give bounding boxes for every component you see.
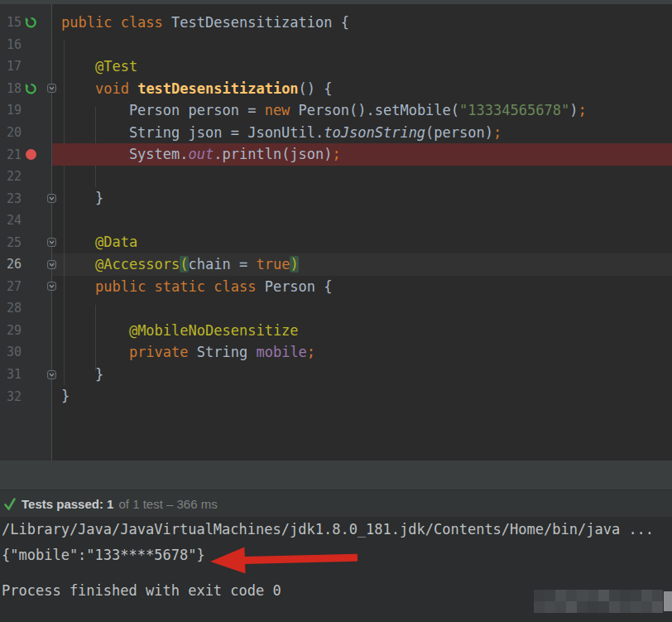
code-line[interactable]: @MobileNoDesensitize	[52, 320, 672, 342]
code-line[interactable]: String json = JsonUtil.toJsonString(pers…	[52, 122, 672, 144]
line-number: 22	[0, 169, 22, 184]
mosaic-tile	[631, 601, 641, 613]
mosaic-tile	[641, 590, 652, 601]
mosaic-tile	[566, 590, 577, 601]
gutter-row: 18	[0, 78, 52, 100]
code-token: String json = JsonUtil.	[61, 124, 324, 141]
code-token: testDesensitization	[137, 80, 298, 97]
code-token: private	[129, 344, 197, 360]
gutter-row: 25	[0, 231, 52, 253]
code-token: }	[61, 190, 103, 206]
code-line[interactable]	[52, 166, 672, 188]
code-token: (person)	[425, 124, 493, 141]
code-token: () {	[299, 80, 333, 97]
code-line[interactable]: @Accessors(chain = true)	[52, 253, 672, 276]
fold-marker-icon[interactable]	[40, 194, 52, 203]
mosaic-tile	[641, 601, 652, 613]
code-line[interactable]: Person person = new Person().setMobile("…	[52, 99, 672, 122]
mosaic-tile	[598, 601, 609, 613]
code-line[interactable]: @Test	[52, 55, 672, 78]
gutter-row: 16	[0, 34, 52, 56]
mosaic-tile	[620, 590, 631, 601]
code-token: mobile	[256, 344, 306, 360]
mosaic-tile	[545, 601, 555, 613]
gutter-row: 22	[0, 166, 52, 188]
tests-passed-check-icon	[3, 498, 17, 510]
mosaic-tile	[652, 601, 663, 613]
code-token: public class	[61, 14, 171, 31]
code-line[interactable]: private String mobile;	[52, 341, 672, 364]
line-number: 26	[0, 257, 22, 272]
code-token: )	[569, 102, 578, 118]
fold-marker-icon[interactable]	[40, 84, 52, 93]
line-number: 25	[0, 235, 22, 250]
code-token: new	[265, 102, 299, 118]
code-token: @MobileNoDesensitize	[129, 322, 299, 339]
run-test-icon	[25, 17, 36, 28]
fold-marker-icon[interactable]	[40, 282, 52, 291]
code-token: (	[180, 256, 188, 272]
code-token: ;	[493, 124, 502, 141]
code-line[interactable]: }	[52, 187, 672, 210]
code-line[interactable]: }	[52, 364, 672, 386]
code-token: Person person =	[61, 102, 265, 118]
breakpoint-icon[interactable]	[22, 149, 40, 160]
gutter-rows: 151617181920212223242526272829303132	[0, 12, 52, 407]
gutter-row: 31	[0, 364, 52, 386]
line-number: 23	[0, 191, 22, 206]
gutter-row: 23	[0, 187, 52, 210]
code-token: Person().setMobile(	[299, 102, 459, 118]
red-arrow-annotation	[208, 540, 361, 578]
code-token: }	[61, 366, 103, 383]
run-test-icon[interactable]	[22, 17, 40, 28]
line-number: 30	[0, 345, 22, 359]
gutter-row: 15	[0, 12, 52, 34]
code-line[interactable]: public class TestDesensitization {	[52, 12, 672, 34]
fold-marker-icon[interactable]	[40, 260, 52, 269]
mosaic-tile	[534, 590, 545, 601]
gutter-row: 27	[0, 276, 52, 298]
code-line[interactable]	[52, 297, 672, 320]
code-token: out	[189, 146, 214, 162]
code-token: }	[61, 388, 70, 404]
run-test-icon	[25, 83, 36, 94]
code-line[interactable]: public static class Person {	[52, 276, 672, 298]
code-token: public static class	[95, 278, 265, 295]
line-number: 18	[0, 81, 22, 96]
gutter-row: 17	[0, 55, 52, 78]
code-token: chain =	[189, 256, 257, 272]
code-token	[61, 80, 95, 97]
mosaic-tile	[555, 590, 566, 601]
code-line[interactable]: @Data	[52, 231, 672, 253]
tests-detail-label: of 1 test – 366 ms	[118, 497, 217, 511]
mosaic-tile	[588, 601, 598, 613]
code-line[interactable]: System.out.println(json);	[52, 143, 672, 166]
code-token: Person {	[265, 278, 333, 295]
code-editor[interactable]: 151617181920212223242526272829303132 pub…	[0, 4, 672, 460]
tests-passed-label: Tests passed: 1	[22, 497, 113, 511]
run-test-icon[interactable]	[22, 83, 40, 94]
fold-marker-icon[interactable]	[40, 238, 52, 247]
blurred-watermark	[534, 590, 663, 613]
code-line[interactable]: void testDesensitization() {	[52, 78, 672, 100]
line-number: 20	[0, 125, 22, 140]
code-token: true	[256, 256, 290, 272]
test-status-bar: Tests passed: 1 of 1 test – 366 ms	[0, 489, 672, 517]
line-number: 17	[0, 59, 22, 74]
gutter-row: 28	[0, 297, 52, 320]
mosaic-tile	[598, 590, 609, 601]
console-line: Process finished with exit code 0	[2, 582, 281, 600]
mosaic-tile	[545, 590, 555, 601]
code-line[interactable]: }	[52, 385, 672, 407]
code-token	[61, 278, 95, 295]
code-token	[61, 344, 129, 360]
gutter-row: 32	[0, 385, 52, 407]
code-line[interactable]	[52, 34, 672, 56]
code-token: )	[290, 256, 298, 272]
fold-marker-icon[interactable]	[40, 370, 52, 379]
ide-window: 151617181920212223242526272829303132 pub…	[0, 0, 672, 622]
mosaic-tile	[555, 601, 566, 613]
code-lines[interactable]: public class TestDesensitization { @Test…	[52, 12, 672, 407]
code-line[interactable]	[52, 210, 672, 232]
scrollbar-fragment	[664, 591, 672, 611]
